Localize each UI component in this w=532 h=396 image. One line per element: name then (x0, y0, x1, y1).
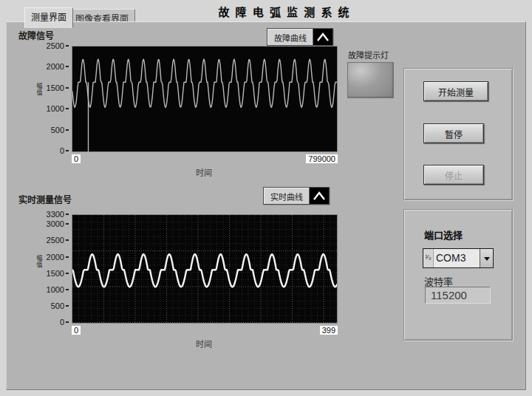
pause-button[interactable]: 暂停 (423, 123, 484, 143)
y-tick-label: 0 (60, 146, 69, 155)
y-tick-label: 2500 (47, 41, 69, 50)
y-tick-label: 2000 (47, 62, 69, 71)
fault-chart-x-min[interactable]: 0 (72, 154, 81, 163)
realtime-curve-button[interactable]: 实时曲线 (263, 187, 330, 205)
tab-measure[interactable]: 测量界面 (24, 7, 73, 28)
y-tick-label: 2500 (47, 236, 69, 245)
fault-chart-canvas (72, 47, 337, 151)
realtime-chart-y-axis-title: 幅值 (35, 255, 43, 268)
port-select-label: 端口选择 (424, 228, 463, 242)
chevron-up-icon (313, 29, 332, 45)
port-combobox-value: COM3 (434, 249, 480, 267)
y-tick-label: 1500 (47, 83, 69, 92)
baud-rate-field[interactable]: 115200 (425, 287, 491, 304)
realtime-chart-y-axis: 3300300025002000150010005000 (34, 214, 69, 322)
realtime-chart: 3300300025002000150010005000 幅值 0 399 时间 (34, 214, 340, 352)
y-tick-label: 3000 (47, 219, 69, 228)
triangle-down-icon (484, 257, 490, 264)
realtime-chart-x-min[interactable]: 0 (72, 326, 81, 335)
realtime-chart-plot (72, 214, 338, 324)
y-tick-label: 2000 (47, 253, 69, 262)
fault-indicator-led (347, 62, 394, 98)
chevron-up-icon (309, 188, 329, 204)
port-combobox[interactable]: ¹⁄₀ COM3 (423, 248, 494, 268)
fault-chart-x-max[interactable]: 799000 (306, 154, 338, 163)
control-panel: 开始测量 暂停 停止 (403, 68, 513, 200)
y-tick-label: 0 (60, 318, 69, 327)
y-tick-label: 500 (51, 301, 69, 310)
fault-chart-plot (72, 46, 338, 152)
fault-chart-y-axis-title: 幅值 (35, 83, 43, 96)
dropdown-arrow-button[interactable] (480, 249, 493, 267)
y-tick-label: 1000 (47, 285, 69, 294)
fault-chart-x-axis-title: 时间 (72, 166, 336, 178)
start-measure-button[interactable]: 开始测量 (423, 81, 488, 101)
realtime-curve-button-label: 实时曲线 (264, 188, 309, 204)
app-window: 故 障 电 弧 监 测 系 统 测量界面 图像查看界面 故障信号 故障曲线 25… (0, 0, 532, 396)
y-tick-label: 1500 (47, 269, 69, 278)
y-tick-label: 1000 (47, 104, 69, 113)
fault-chart: 25002000150010005000 幅值 0 799000 时间 (34, 46, 340, 180)
stop-button[interactable]: 停止 (423, 165, 484, 185)
fault-chart-y-axis: 25002000150010005000 (34, 46, 69, 151)
fault-curve-button-label: 故障曲线 (267, 29, 313, 45)
fault-light-label: 故障提示灯 (348, 49, 389, 61)
port-panel: 端口选择 ¹⁄₀ COM3 波特率 115200 (403, 209, 513, 341)
fault-curve-button[interactable]: 故障曲线 (267, 28, 333, 46)
y-tick-label: 3300 (47, 210, 69, 219)
realtime-chart-label: 实时测量信号 (18, 193, 72, 205)
fault-chart-label: 故障信号 (18, 29, 54, 41)
realtime-chart-canvas (72, 215, 337, 323)
realtime-chart-x-max[interactable]: 399 (320, 326, 338, 335)
realtime-chart-x-axis-title: 时间 (72, 338, 336, 349)
y-tick-label: 500 (51, 126, 69, 134)
io-icon: ¹⁄₀ (423, 249, 434, 267)
app-title: 故 障 电 弧 监 测 系 统 (218, 4, 350, 19)
